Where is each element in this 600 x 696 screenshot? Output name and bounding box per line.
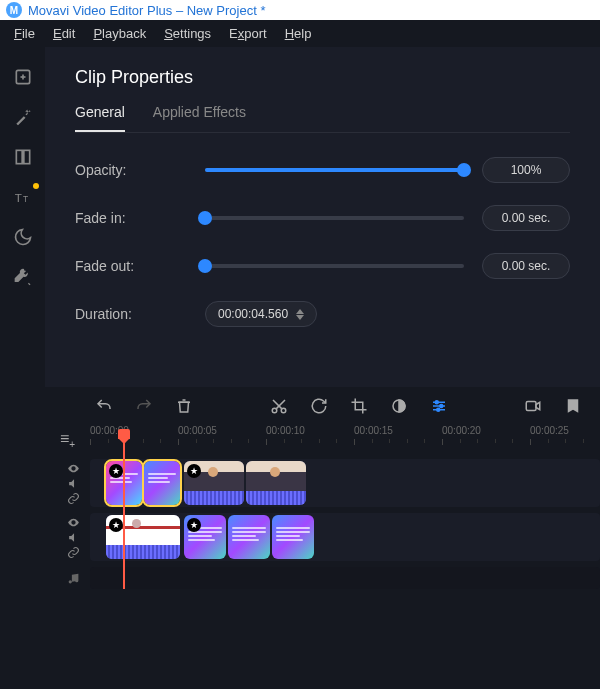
clip-star-icon: ★ (187, 464, 201, 478)
track-link-icon[interactable] (67, 492, 80, 505)
menu-edit[interactable]: Edit (53, 26, 75, 41)
video-track-1: ★ ★ (57, 459, 600, 507)
svg-rect-4 (23, 150, 29, 163)
panel-title: Clip Properties (75, 67, 570, 88)
opacity-value: 100% (482, 157, 570, 183)
timeline-clip[interactable] (272, 515, 314, 559)
delete-icon[interactable] (175, 397, 193, 415)
svg-rect-16 (526, 402, 536, 411)
music-track-icon (67, 572, 80, 585)
duration-row: Duration: 00:00:04.560 (75, 301, 570, 327)
menu-help[interactable]: Help (285, 26, 312, 41)
timeline-clip[interactable]: ★ (184, 515, 226, 559)
audio-track-body[interactable] (90, 567, 600, 589)
ruler-tick: 00:00:15 (354, 425, 393, 436)
crop-icon[interactable] (350, 397, 368, 415)
timeline-ruler[interactable]: ≡+ 00:00:0000:00:0500:00:1000:00:1500:00… (90, 425, 600, 453)
color-adjust-icon[interactable] (390, 397, 408, 415)
timeline-clip[interactable] (144, 461, 180, 505)
menubar: File Edit Playback Settings Export Help (0, 20, 600, 47)
menu-playback[interactable]: Playback (93, 26, 146, 41)
timeline-clip[interactable] (246, 461, 306, 505)
timeline-toolbar (45, 387, 600, 425)
duration-step-up[interactable] (296, 309, 304, 314)
duration-input[interactable]: 00:00:04.560 (205, 301, 317, 327)
timeline-clip[interactable] (228, 515, 270, 559)
svg-point-14 (439, 405, 442, 408)
add-track-button[interactable]: ≡+ (60, 430, 75, 450)
ruler-tick: 00:00:20 (442, 425, 481, 436)
playhead[interactable] (123, 429, 125, 589)
video-track-2: ★ ★ (57, 513, 600, 561)
fadein-value: 0.00 sec. (482, 205, 570, 231)
svg-text:T: T (14, 191, 21, 204)
timeline-clip[interactable]: ★ (106, 515, 180, 559)
track-link-icon[interactable] (67, 546, 80, 559)
add-media-icon[interactable] (11, 65, 35, 89)
ruler-tick: 00:00:10 (266, 425, 305, 436)
cut-icon[interactable] (270, 397, 288, 415)
timeline-tracks: ★ ★ ★ ★ (57, 459, 600, 589)
track-mute-icon[interactable] (67, 531, 80, 544)
fadeout-value: 0.00 sec. (482, 253, 570, 279)
svg-point-7 (272, 408, 277, 413)
track-visibility-icon[interactable] (67, 516, 80, 529)
menu-settings[interactable]: Settings (164, 26, 211, 41)
svg-rect-3 (16, 150, 22, 163)
record-icon[interactable] (524, 397, 542, 415)
fadein-row: Fade in: 0.00 sec. (75, 205, 570, 231)
svg-text:T: T (23, 194, 28, 204)
timeline-clip[interactable]: ★ (184, 461, 244, 505)
more-tools-icon[interactable] (11, 265, 35, 289)
duration-step-down[interactable] (296, 315, 304, 320)
wand-icon[interactable] (11, 105, 35, 129)
redo-icon[interactable] (135, 397, 153, 415)
fadeout-row: Fade out: 0.00 sec. (75, 253, 570, 279)
fadein-slider[interactable] (205, 216, 464, 220)
menu-export[interactable]: Export (229, 26, 267, 41)
clip-properties-icon[interactable] (430, 397, 448, 415)
stickers-icon[interactable] (11, 225, 35, 249)
timeline-area: ≡+ 00:00:0000:00:0500:00:1000:00:1500:00… (45, 387, 600, 689)
audio-track (57, 567, 600, 589)
svg-point-13 (435, 401, 438, 404)
fadein-label: Fade in: (75, 210, 205, 226)
tab-applied-effects[interactable]: Applied Effects (153, 104, 246, 132)
svg-point-8 (281, 408, 286, 413)
opacity-row: Opacity: 100% (75, 157, 570, 183)
marker-icon[interactable] (564, 397, 582, 415)
fadeout-label: Fade out: (75, 258, 205, 274)
opacity-label: Opacity: (75, 162, 205, 178)
svg-point-15 (436, 408, 439, 411)
rotate-icon[interactable] (310, 397, 328, 415)
titles-icon[interactable]: TT (11, 185, 35, 209)
ruler-tick: 00:00:05 (178, 425, 217, 436)
clip-star-icon: ★ (109, 464, 123, 478)
track-visibility-icon[interactable] (67, 462, 80, 475)
sidebar: TT (0, 47, 45, 689)
duration-label: Duration: (75, 306, 205, 322)
opacity-slider[interactable] (205, 168, 464, 172)
clip-star-icon: ★ (187, 518, 201, 532)
clip-properties-panel: Clip Properties General Applied Effects … (45, 47, 600, 387)
tab-general[interactable]: General (75, 104, 125, 132)
app-logo-icon: M (6, 2, 22, 18)
menu-file[interactable]: File (14, 26, 35, 41)
clip-star-icon: ★ (109, 518, 123, 532)
undo-icon[interactable] (95, 397, 113, 415)
fadeout-slider[interactable] (205, 264, 464, 268)
ruler-tick: 00:00:25 (530, 425, 569, 436)
filters-icon[interactable] (11, 145, 35, 169)
panel-tabs: General Applied Effects (75, 104, 570, 133)
track-mute-icon[interactable] (67, 477, 80, 490)
titlebar: M Movavi Video Editor Plus – New Project… (0, 0, 600, 20)
window-title: Movavi Video Editor Plus – New Project * (28, 3, 265, 18)
duration-value: 00:00:04.560 (218, 307, 288, 321)
